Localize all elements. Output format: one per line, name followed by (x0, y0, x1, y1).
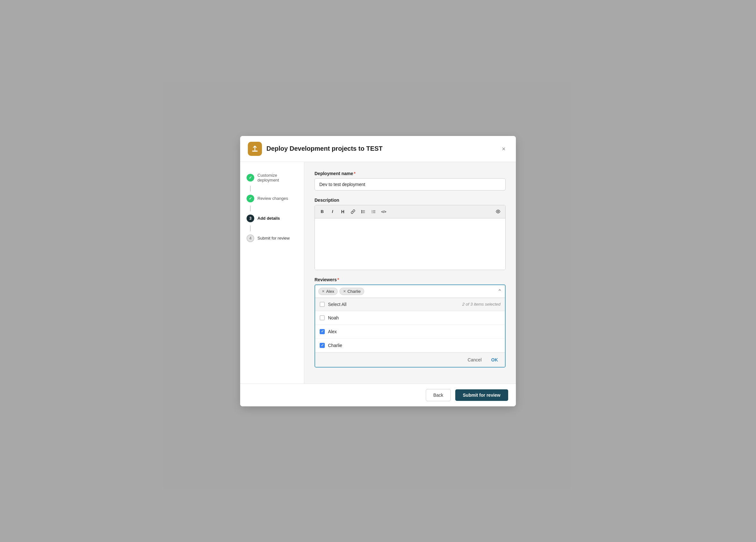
dropdown-item-charlie[interactable]: Charlie (315, 339, 505, 353)
noah-label: Noah (328, 315, 339, 321)
modal: Deploy Development projects to TEST × ✓ … (240, 136, 516, 406)
step-1-indicator: ✓ (247, 174, 254, 181)
preview-button[interactable] (493, 207, 503, 216)
dropdown-item-noah[interactable]: Noah (315, 311, 505, 325)
reviewers-dropdown-panel: Select All 2 of 3 items selected Noah (315, 298, 505, 367)
italic-button[interactable]: I (328, 207, 337, 216)
reviewer-tag-charlie-label: Charlie (348, 289, 361, 294)
dropdown-chevron-icon[interactable]: ⌃ (498, 288, 502, 295)
modal-footer: Back Submit for review (240, 384, 516, 406)
alex-label: Alex (328, 329, 337, 334)
dropdown-header-row: Select All 2 of 3 items selected (315, 298, 505, 311)
select-all-checkbox[interactable] (320, 302, 325, 307)
reviewers-field: Reviewers* × Alex × Charlie (315, 277, 506, 368)
svg-point-5 (361, 211, 362, 212)
bold-button[interactable]: B (317, 207, 327, 216)
sidebar-item-submit[interactable]: 4 Submit for review (240, 231, 304, 245)
rich-text-editor: B I H 123 </> (315, 205, 506, 270)
step-3-label: Add details (257, 216, 280, 221)
bullet-list-button[interactable] (358, 207, 368, 216)
sidebar-item-review[interactable]: ✓ Review changes (240, 191, 304, 205)
step-2-label: Review changes (257, 196, 288, 201)
modal-body: ✓ Customize deployment ✓ Review changes … (240, 162, 516, 384)
ordered-list-button[interactable]: 123 (369, 207, 378, 216)
link-button[interactable] (348, 207, 358, 216)
heading-button[interactable]: H (338, 207, 348, 216)
step-4-label: Submit for review (257, 236, 290, 240)
description-input[interactable] (315, 218, 505, 270)
sidebar-item-customize[interactable]: ✓ Customize deployment (240, 170, 304, 186)
charlie-label: Charlie (328, 343, 342, 348)
code-button[interactable]: </> (379, 207, 389, 216)
modal-header: Deploy Development projects to TEST × (240, 136, 516, 162)
step-3-indicator: 3 (247, 214, 254, 222)
reviewer-tag-charlie: × Charlie (340, 288, 364, 295)
svg-text:3: 3 (372, 212, 373, 213)
dropdown-footer: Cancel OK (315, 353, 505, 367)
modal-title: Deploy Development projects to TEST (266, 145, 499, 152)
select-all-label: Select All (328, 302, 462, 307)
svg-point-13 (497, 211, 499, 212)
step-connector-2 (250, 205, 251, 211)
remove-alex-button[interactable]: × (322, 289, 324, 294)
deployment-name-label: Deployment name* (315, 171, 506, 176)
alex-checkbox[interactable] (320, 329, 325, 334)
description-field: Description B I H (315, 197, 506, 270)
reviewers-selected: × Alex × Charlie ⌃ (315, 285, 505, 298)
step-connector-1 (250, 186, 251, 191)
dropdown-cancel-button[interactable]: Cancel (465, 356, 484, 364)
items-count: 2 of 3 items selected (462, 302, 500, 307)
reviewers-label: Reviewers* (315, 277, 506, 282)
reviewers-dropdown: × Alex × Charlie ⌃ (315, 285, 506, 368)
svg-rect-0 (252, 150, 257, 151)
sidebar-item-add-details[interactable]: 3 Add details (240, 211, 304, 225)
svg-point-6 (361, 212, 362, 213)
main-content: Deployment name* Description B I H (304, 162, 516, 384)
sidebar: ✓ Customize deployment ✓ Review changes … (240, 162, 304, 384)
dropdown-ok-button[interactable]: OK (489, 356, 500, 364)
description-label: Description (315, 197, 506, 203)
required-star-name: * (354, 171, 356, 176)
step-2-indicator: ✓ (247, 195, 254, 202)
charlie-checkbox[interactable] (320, 343, 325, 348)
close-button[interactable]: × (499, 144, 508, 153)
step-1-label: Customize deployment (257, 173, 298, 182)
modal-overlay: Deploy Development projects to TEST × ✓ … (0, 0, 756, 542)
rich-text-toolbar: B I H 123 </> (315, 205, 505, 218)
reviewer-tag-alex: × Alex (318, 288, 338, 295)
required-star-reviewers: * (337, 277, 339, 282)
step-connector-3 (250, 225, 251, 231)
svg-point-4 (361, 210, 362, 211)
dropdown-item-alex[interactable]: Alex (315, 325, 505, 339)
deploy-icon (248, 142, 262, 156)
remove-charlie-button[interactable]: × (343, 289, 346, 294)
deployment-name-input[interactable] (315, 178, 506, 190)
deployment-name-field: Deployment name* (315, 171, 506, 190)
step-4-indicator: 4 (247, 234, 254, 242)
submit-for-review-button[interactable]: Submit for review (455, 389, 508, 401)
reviewer-tag-alex-label: Alex (326, 289, 334, 294)
back-button[interactable]: Back (426, 389, 450, 401)
noah-checkbox[interactable] (320, 315, 325, 321)
